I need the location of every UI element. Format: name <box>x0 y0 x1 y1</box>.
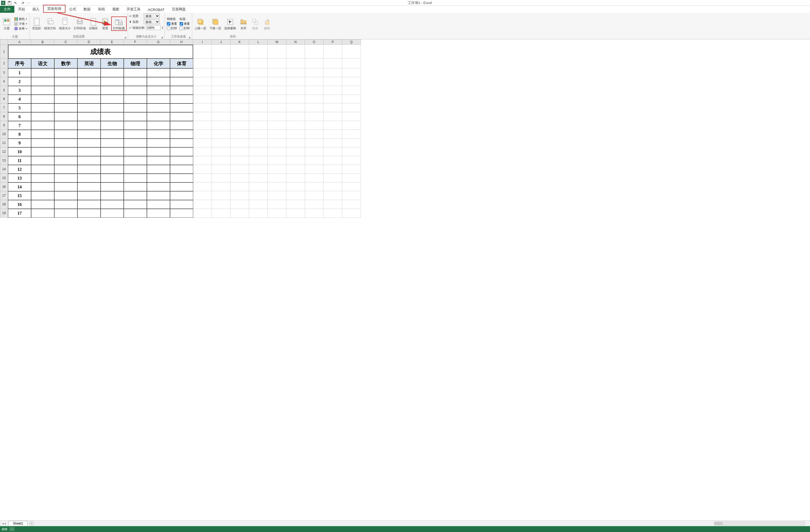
table-data-cell[interactable] <box>31 103 54 112</box>
table-data-cell[interactable] <box>170 77 193 86</box>
table-data-cell[interactable] <box>101 130 124 138</box>
cell[interactable] <box>305 86 324 95</box>
sheet-tab-active[interactable]: Sheet1 <box>9 521 28 526</box>
table-data-cell[interactable] <box>54 165 78 174</box>
cell[interactable] <box>342 165 361 174</box>
cell[interactable] <box>212 174 230 182</box>
print-area-button[interactable]: 打印区域 <box>72 17 87 30</box>
cell[interactable] <box>305 59 324 68</box>
table-data-cell[interactable] <box>101 86 124 95</box>
cell[interactable] <box>230 121 249 130</box>
theme-effects-button[interactable]: 效果▾ <box>14 26 28 31</box>
cell[interactable] <box>286 138 305 147</box>
cell[interactable] <box>230 165 249 174</box>
cell[interactable] <box>286 103 305 112</box>
tab-insert[interactable]: 插入 <box>29 6 43 13</box>
table-data-cell[interactable] <box>147 95 170 103</box>
table-data-cell[interactable]: 8 <box>8 130 31 138</box>
scale-height-select[interactable]: 自动 <box>144 19 160 24</box>
table-data-cell[interactable] <box>31 200 54 209</box>
scale-launcher-icon[interactable]: ◢ <box>161 36 163 38</box>
table-data-cell[interactable]: 14 <box>8 182 31 191</box>
cell[interactable] <box>193 112 212 121</box>
title-cell[interactable]: 成绩表 <box>8 45 193 59</box>
table-data-cell[interactable] <box>31 95 54 103</box>
cell[interactable] <box>324 95 342 103</box>
cell[interactable] <box>249 182 268 191</box>
cell[interactable] <box>305 112 324 121</box>
cell[interactable] <box>268 59 286 68</box>
cell[interactable] <box>305 77 324 86</box>
col-header-L[interactable]: L <box>249 39 268 45</box>
table-data-cell[interactable]: 10 <box>8 147 31 156</box>
table-data-cell[interactable]: 15 <box>8 191 31 200</box>
row-header-10[interactable]: 10 <box>0 130 8 138</box>
worksheet-grid[interactable]: ABCDEFGHIJKLMNOPQ 1234567891011121314151… <box>0 39 810 520</box>
orientation-button[interactable]: 纸张方向 <box>43 17 57 30</box>
cell[interactable] <box>324 130 342 138</box>
table-data-cell[interactable] <box>31 130 54 138</box>
cell[interactable] <box>212 191 230 200</box>
cell[interactable] <box>324 112 342 121</box>
selection-pane-button[interactable]: 选择窗格 <box>223 17 237 30</box>
table-data-cell[interactable]: 11 <box>8 156 31 165</box>
cell[interactable] <box>305 147 324 156</box>
table-data-cell[interactable] <box>124 165 147 174</box>
cell[interactable] <box>305 165 324 174</box>
col-header-N[interactable]: N <box>286 39 305 45</box>
table-data-cell[interactable] <box>101 103 124 112</box>
table-data-cell[interactable] <box>101 68 124 77</box>
cell[interactable] <box>193 209 212 218</box>
table-data-cell[interactable] <box>124 156 147 165</box>
tab-developer[interactable]: 开发工具 <box>123 6 144 13</box>
cell[interactable] <box>286 200 305 209</box>
cell[interactable] <box>268 182 286 191</box>
table-data-cell[interactable]: 1 <box>8 68 31 77</box>
cell[interactable] <box>324 121 342 130</box>
gridlines-print-checkbox[interactable]: 打印 <box>167 26 177 30</box>
row-header-15[interactable]: 15 <box>0 174 8 182</box>
table-header-cell[interactable]: 体育 <box>170 59 193 68</box>
headings-view-checkbox[interactable]: 查看 <box>180 22 190 26</box>
cell[interactable] <box>193 130 212 138</box>
cell[interactable] <box>342 209 361 218</box>
table-data-cell[interactable] <box>78 182 101 191</box>
cell[interactable] <box>268 77 286 86</box>
table-data-cell[interactable]: 6 <box>8 112 31 121</box>
col-header-K[interactable]: K <box>230 39 249 45</box>
headings-print-checkbox[interactable]: 打印 <box>180 26 190 30</box>
cell[interactable] <box>249 165 268 174</box>
table-data-cell[interactable] <box>54 112 78 121</box>
cell[interactable] <box>305 174 324 182</box>
cell[interactable] <box>324 45 342 59</box>
table-data-cell[interactable] <box>78 174 101 182</box>
tab-acrobat[interactable]: ACROBAT <box>144 7 168 13</box>
cell[interactable] <box>342 59 361 68</box>
row-header-9[interactable]: 9 <box>0 121 8 130</box>
cell[interactable] <box>342 95 361 103</box>
tab-file[interactable]: 文件 <box>0 6 14 13</box>
table-data-cell[interactable] <box>101 200 124 209</box>
cell[interactable] <box>286 59 305 68</box>
cell[interactable] <box>342 77 361 86</box>
cell[interactable] <box>249 112 268 121</box>
cell[interactable] <box>342 182 361 191</box>
horizontal-scrollbar[interactable] <box>714 522 805 525</box>
table-data-cell[interactable] <box>101 191 124 200</box>
table-data-cell[interactable] <box>54 138 78 147</box>
cell[interactable] <box>193 103 212 112</box>
scale-width-select[interactable]: 自动 <box>144 14 160 18</box>
select-all-corner[interactable] <box>0 39 8 45</box>
table-data-cell[interactable]: 3 <box>8 86 31 95</box>
table-header-cell[interactable]: 英语 <box>78 59 101 68</box>
table-data-cell[interactable] <box>54 95 78 103</box>
table-data-cell[interactable] <box>124 86 147 95</box>
cell[interactable] <box>249 156 268 165</box>
table-data-cell[interactable] <box>170 130 193 138</box>
cell[interactable] <box>324 174 342 182</box>
cell[interactable] <box>212 103 230 112</box>
col-header-B[interactable]: B <box>31 39 54 45</box>
cell[interactable] <box>230 68 249 77</box>
row-header-4[interactable]: 4 <box>0 77 8 86</box>
cell[interactable] <box>193 156 212 165</box>
